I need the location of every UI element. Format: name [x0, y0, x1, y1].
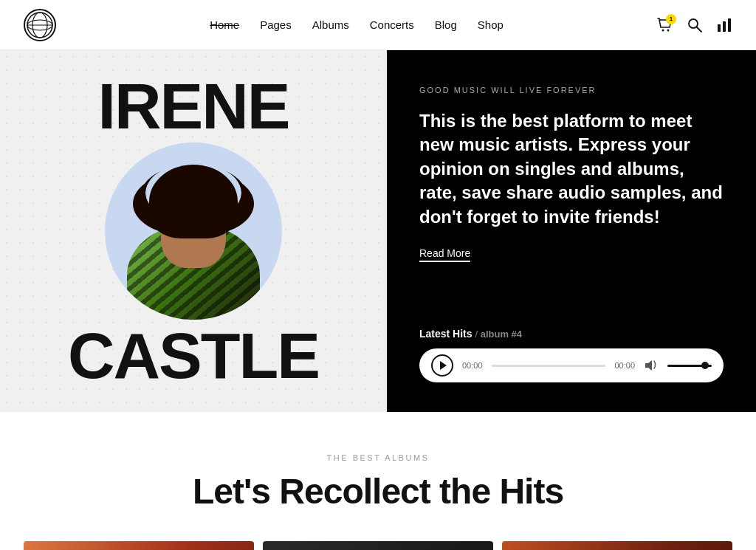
artist-name-last: CASTLE	[0, 323, 387, 388]
svg-rect-9	[723, 21, 726, 32]
hero-section: IRENE CASTLE Good Music Will Live Foreve…	[0, 50, 756, 412]
albums-row	[0, 523, 756, 550]
svg-line-7	[697, 27, 701, 32]
search-icon	[687, 17, 703, 33]
svg-rect-10	[728, 18, 731, 32]
play-button[interactable]	[431, 354, 453, 377]
svg-point-4	[662, 29, 664, 31]
volume-bar[interactable]	[667, 365, 712, 367]
nav-link-shop[interactable]: Shop	[478, 18, 504, 31]
hero-right: Good Music Will Live Forever This is the…	[387, 50, 756, 412]
hero-left: IRENE CASTLE	[0, 50, 387, 412]
player-album: album #4	[481, 329, 522, 340]
nav-link-pages[interactable]: Pages	[260, 18, 292, 31]
album-thumb-3[interactable]	[502, 541, 732, 550]
player-time-end: 00:00	[614, 361, 635, 370]
player-progress-bar[interactable]	[492, 365, 606, 367]
navbar: Home Pages Albums Concerts Blog Shop 1	[0, 0, 756, 50]
search-button[interactable]	[687, 17, 703, 33]
volume-knob	[701, 362, 709, 369]
cart-button[interactable]: 1	[657, 17, 673, 33]
section-tag: The Best Albums	[24, 453, 732, 462]
svg-point-6	[689, 19, 698, 28]
player-label: Latest Hits / album #4	[419, 328, 724, 340]
bar-chart-icon	[716, 17, 732, 33]
section-title: Let's Recollect the Hits	[24, 471, 732, 512]
hero-description: This is the best platform to meet new mu…	[419, 109, 724, 229]
player-title: Latest Hits	[419, 328, 472, 340]
album-thumb-1[interactable]	[24, 541, 254, 550]
cart-badge: 1	[666, 14, 676, 24]
site-logo[interactable]	[24, 9, 56, 41]
artist-name-first: IRENE	[0, 74, 387, 139]
nav-link-concerts[interactable]: Concerts	[370, 18, 414, 31]
nav-link-home[interactable]: Home	[210, 18, 239, 31]
albums-section: The Best Albums Let's Recollect the Hits	[0, 412, 756, 523]
player-time-start: 00:00	[462, 361, 483, 370]
audio-player: 00:00 00:00	[419, 348, 724, 382]
volume-icon	[644, 360, 659, 371]
album-thumb-2[interactable]	[263, 541, 493, 550]
svg-point-5	[667, 29, 669, 31]
artist-circle-image	[105, 142, 282, 320]
nav-link-albums[interactable]: Albums	[312, 18, 349, 31]
analytics-button[interactable]	[716, 17, 732, 33]
svg-rect-8	[718, 24, 721, 32]
audio-player-section: Latest Hits / album #4 00:00 00:00	[419, 328, 724, 382]
hero-subtitle: Good Music Will Live Forever	[419, 86, 724, 94]
nav-links: Home Pages Albums Concerts Blog Shop	[210, 18, 504, 31]
nav-link-blog[interactable]: Blog	[435, 18, 457, 31]
nav-icons: 1	[657, 17, 732, 33]
read-more-link[interactable]: Read More	[419, 247, 470, 262]
